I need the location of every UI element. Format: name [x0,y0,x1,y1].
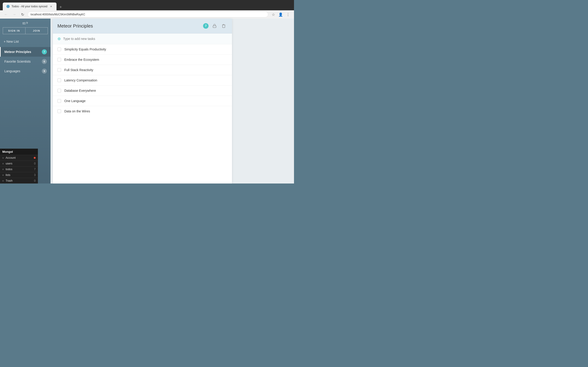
address-bar[interactable]: localhost:4000/lists/MzC5KimSMNBwRayKC [27,11,268,17]
task-label: One Language [64,99,86,103]
task-item: Full Stack Reactivity [53,65,232,75]
task-item: One Language [53,96,232,106]
auth-buttons: SIGN IN JOIN [3,27,48,34]
mongol-item-account[interactable]: ≡ Account [0,155,38,161]
task-item: Simplicity Equals Productivity [53,44,232,55]
task-label: Simplicity Equals Productivity [64,48,106,51]
mongol-users-label: users [6,162,32,165]
list-panel: Meteor Principles 7 [53,19,232,184]
mongol-lists-label: lists [6,173,32,177]
sidebar-item-languages[interactable]: Languages 9 [0,66,51,76]
sidebar-item-favorite-scientists[interactable]: Favorite Scientists 6 [0,57,51,66]
delete-button[interactable] [220,22,227,30]
account-icon: ≡ [2,156,4,159]
mongol-panel: Mongol ≡ Account ≡ users 0 ≡ todos 7 ≡ l… [0,149,38,184]
mongol-trash-count: 0 [34,179,36,182]
mongol-item-trash[interactable]: ≡ Trash 0 [0,178,38,184]
task-checkbox[interactable] [57,99,61,103]
alert-dot [34,157,36,159]
tab-title: Todos - All your todos synced [11,5,47,8]
todos-icon: ≡ [2,168,4,171]
task-item: Data on the Wires [53,106,232,116]
tab-favicon [6,5,10,8]
lock-button[interactable] [211,22,218,30]
nav-actions: ☆ 👤 ⋮ [270,11,291,18]
add-task-row: ⊕ [53,33,232,44]
sidebar-list-name: Meteor Principles [4,50,42,54]
profile-button[interactable]: 👤 [277,11,284,18]
mongol-item-users[interactable]: ≡ users 0 [0,161,38,166]
forward-button[interactable]: → [11,11,17,18]
task-checkbox[interactable] [57,109,61,113]
address-text: localhost:4000/lists/MzC5KimSMNBwRayKC [31,13,85,16]
mongol-trash-label: Trash [6,179,32,182]
content-area: Meteor Principles 7 [51,19,294,184]
task-item: Embrace the Ecosystem [53,55,232,65]
list-header: Meteor Principles 7 [53,19,232,33]
join-button[interactable]: JOIN [26,27,48,34]
task-checkbox[interactable] [57,78,61,82]
sidebar-list-count: 9 [42,69,47,74]
task-checkbox[interactable] [57,58,61,61]
mongol-todos-label: todos [6,168,32,171]
browser-tabs: Todos - All your todos synced ✕ + [3,0,291,10]
mongol-todos-count: 7 [34,168,36,171]
sidebar-list-count: 6 [42,59,47,64]
task-item: Database Everywhere [53,85,232,96]
sidebar-item-meteor-principles[interactable]: Meteor Principles 7 [0,47,51,57]
lists-icon: ≡ [2,174,4,176]
main-area: en fr SIGN IN JOIN + New List Meteor Pri… [0,19,294,184]
mongol-item-todos[interactable]: ≡ todos 7 [0,166,38,172]
active-tab[interactable]: Todos - All your todos synced ✕ [3,2,57,10]
menu-button[interactable]: ⋮ [285,11,291,18]
mongol-item-lists[interactable]: ≡ lists 3 [0,172,38,178]
add-task-plus-icon[interactable]: ⊕ [57,36,61,41]
lang-fr[interactable]: fr [26,21,28,25]
reload-button[interactable]: ↻ [19,11,26,18]
sidebar-list-name: Languages [4,69,42,73]
task-checkbox[interactable] [57,68,61,72]
mongol-users-count: 0 [34,162,36,165]
task-label: Embrace the Ecosystem [64,58,99,61]
list-header-actions [211,22,227,30]
browser-nav: ← → ↻ localhost:4000/lists/MzC5KimSMNBwR… [0,10,294,19]
new-tab-button[interactable]: + [57,4,64,10]
list-count-badge: 7 [203,23,208,29]
tab-close-button[interactable]: ✕ [49,5,53,8]
add-task-input[interactable] [63,37,227,41]
task-label: Data on the Wires [64,109,90,113]
task-item: Latency Compensation [53,75,232,85]
mongol-lists-count: 3 [34,173,36,177]
sign-in-button[interactable]: SIGN IN [3,27,26,34]
mongol-title: Mongol [0,149,38,155]
svg-rect-0 [213,26,216,27]
mongol-account-label: Account [6,156,32,159]
browser-chrome: Todos - All your todos synced ✕ + [0,0,294,10]
lang-en[interactable]: en [23,21,26,25]
language-selector: en fr [0,19,51,27]
list-title: Meteor Principles [57,23,201,29]
back-button[interactable]: ← [3,11,9,18]
trash-icon: ≡ [2,179,4,182]
task-label: Database Everywhere [64,89,96,92]
task-label: Full Stack Reactivity [64,68,93,72]
users-icon: ≡ [2,162,4,165]
sidebar-list-name: Favorite Scientists [4,60,42,63]
bookmark-button[interactable]: ☆ [270,11,277,18]
new-list-button[interactable]: + New List [0,38,51,45]
sidebar-list-count: 7 [42,49,47,54]
task-checkbox[interactable] [57,48,61,51]
task-checkbox[interactable] [57,89,61,92]
new-list-label: + New List [4,40,19,43]
task-label: Latency Compensation [64,78,97,82]
